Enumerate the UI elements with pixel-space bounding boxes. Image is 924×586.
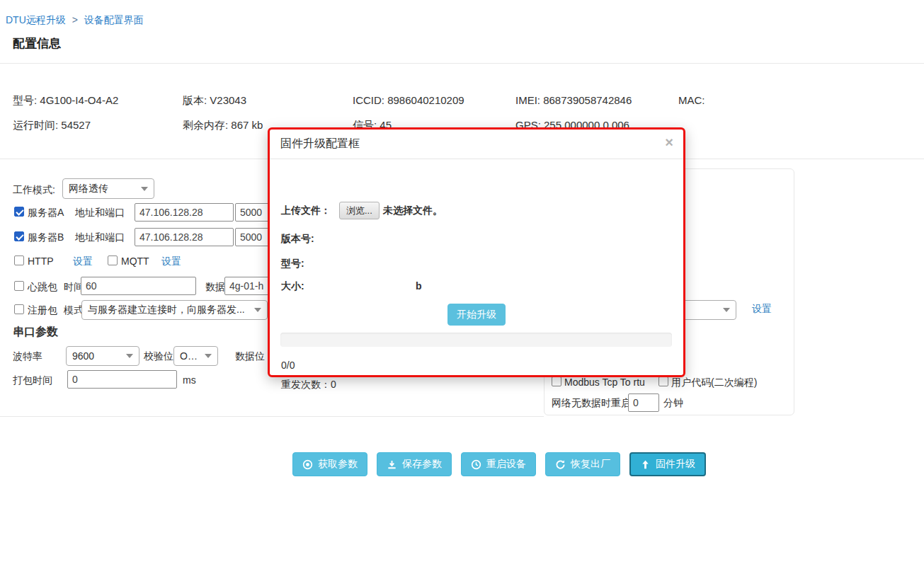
firmware-upgrade-modal: 固件升级配置框 × 上传文件： 浏览... 未选择文件。 版本号: 型号: 大小… (268, 127, 685, 377)
clock-icon (471, 459, 481, 470)
chevron-down-icon (723, 308, 730, 312)
page-title: 配置信息 (13, 35, 61, 52)
no-file-selected-text: 未选择文件。 (383, 205, 443, 217)
heartbeat-data-label: 数据 (205, 281, 225, 294)
save-params-button[interactable]: 保存参数 (377, 452, 452, 476)
server-a-ip-input[interactable] (135, 203, 234, 222)
register-label: 注册包 (28, 304, 57, 317)
breadcrumb-link-device-config[interactable]: 设备配置界面 (84, 14, 144, 25)
http-label: HTTP (28, 255, 54, 267)
info-version: 版本: V23043 (183, 94, 246, 108)
info-model: 型号: 4G100-I4-O4-A2 (13, 94, 118, 108)
pack-time-unit: ms (183, 374, 196, 386)
divider-form-bottom (0, 416, 544, 417)
baud-select[interactable]: 9600 (66, 346, 139, 366)
firmware-size-label: 大小: (281, 280, 304, 293)
upload-icon (640, 459, 651, 470)
upgrade-progress-bar (280, 333, 672, 347)
start-upgrade-button[interactable]: 开始升级 (447, 304, 506, 326)
info-iccid: ICCID: 8986040210209 (353, 94, 464, 106)
register-mode-value: 与服务器建立连接时，向服务器发... (88, 304, 245, 316)
chevron-down-icon (141, 187, 148, 191)
usercode-label: 用户代码(二次编程) (671, 377, 757, 389)
parity-value: ODD (180, 350, 200, 362)
pack-time-label: 打包时间 (13, 374, 52, 387)
mqtt-label: MQTT (121, 255, 149, 267)
footer-button-row: 获取参数 保存参数 重启设备 恢复出厂 固件升级 (292, 452, 706, 476)
heartbeat-checkbox[interactable] (14, 281, 24, 291)
baud-value: 9600 (72, 350, 94, 362)
parity-select[interactable]: ODD (173, 346, 218, 366)
firmware-upgrade-button[interactable]: 固件升级 (629, 452, 706, 476)
modbus-checkbox[interactable] (552, 377, 561, 386)
usercode-checkbox[interactable] (658, 377, 668, 386)
server-b-label: 服务器B (28, 231, 64, 244)
pack-time-input[interactable] (67, 370, 177, 389)
breadcrumb-link-dtu-upgrade[interactable]: DTU远程升级 (6, 14, 66, 25)
register-mode-select[interactable]: 与服务器建立连接时，向服务器发... (81, 300, 268, 320)
modbus-label: Modbus Tcp To rtu (564, 377, 645, 388)
breadcrumb: DTU远程升级 > 设备配置界面 (6, 14, 144, 27)
modal-header: 固件升级配置框 × (270, 130, 683, 159)
register-checkbox[interactable] (14, 304, 24, 314)
baud-label: 波特率 (13, 350, 42, 363)
server-a-label: 服务器A (28, 207, 64, 219)
right-panel-settings-link[interactable]: 设置 (752, 303, 772, 316)
restart-unit: 分钟 (663, 397, 683, 410)
browse-file-button[interactable]: 浏览... (339, 202, 380, 219)
work-mode-label: 工作模式: (13, 184, 55, 197)
retry-count-text: 重发次数：0 (281, 379, 336, 391)
parity-label: 校验位 (144, 350, 173, 363)
divider-top (0, 63, 924, 64)
progress-count-text: 0/0 (281, 360, 295, 371)
register-mode-label: 模式 (64, 304, 84, 317)
chevron-down-icon (254, 308, 261, 312)
restart-label: 网络无数据时重启 (552, 397, 631, 410)
restart-device-button[interactable]: 重启设备 (461, 452, 536, 476)
close-icon[interactable]: × (665, 135, 673, 149)
server-b-ip-input[interactable] (135, 228, 234, 246)
heartbeat-label: 心跳包 (28, 281, 57, 294)
info-memory: 剩余内存: 867 kb (183, 119, 263, 132)
heartbeat-time-input[interactable] (81, 277, 196, 295)
refresh-icon (555, 459, 566, 470)
factory-reset-button[interactable]: 恢复出厂 (545, 452, 620, 476)
info-mac: MAC: (678, 94, 705, 106)
modal-title: 固件升级配置框 (280, 137, 360, 151)
modal-body: 上传文件： 浏览... 未选择文件。 版本号: 型号: 大小: b 开始升级 0… (270, 159, 683, 374)
record-icon (302, 459, 313, 470)
server-a-checkbox[interactable] (14, 207, 24, 217)
upload-file-label: 上传文件： (281, 205, 331, 217)
mqtt-checkbox[interactable] (108, 255, 118, 265)
server-b-checkbox[interactable] (14, 231, 24, 241)
chevron-down-icon (205, 354, 212, 358)
restart-input[interactable] (628, 393, 659, 412)
work-mode-value: 网络透传 (69, 183, 108, 195)
save-icon (387, 459, 397, 470)
server-b-addr-label: 地址和端口 (75, 231, 125, 244)
http-checkbox[interactable] (14, 255, 24, 265)
firmware-version-label: 版本号: (281, 233, 314, 246)
http-settings-link[interactable]: 设置 (73, 255, 93, 268)
serial-section-title: 串口参数 (13, 325, 58, 340)
work-mode-select[interactable]: 网络透传 (62, 178, 154, 199)
device-config-page: DTU远程升级 > 设备配置界面 配置信息 型号: 4G100-I4-O4-A2… (0, 0, 924, 586)
mqtt-settings-link[interactable]: 设置 (161, 255, 181, 268)
databits-label: 数据位 (235, 350, 265, 363)
firmware-size-unit: b (416, 280, 422, 292)
server-a-addr-label: 地址和端口 (75, 207, 125, 219)
firmware-model-label: 型号: (281, 258, 304, 270)
info-uptime: 运行时间: 54527 (13, 119, 91, 132)
get-params-button[interactable]: 获取参数 (292, 452, 367, 476)
info-imei: IMEI: 868739058742846 (515, 94, 632, 106)
chevron-down-icon (126, 354, 133, 358)
breadcrumb-separator: > (72, 14, 78, 25)
